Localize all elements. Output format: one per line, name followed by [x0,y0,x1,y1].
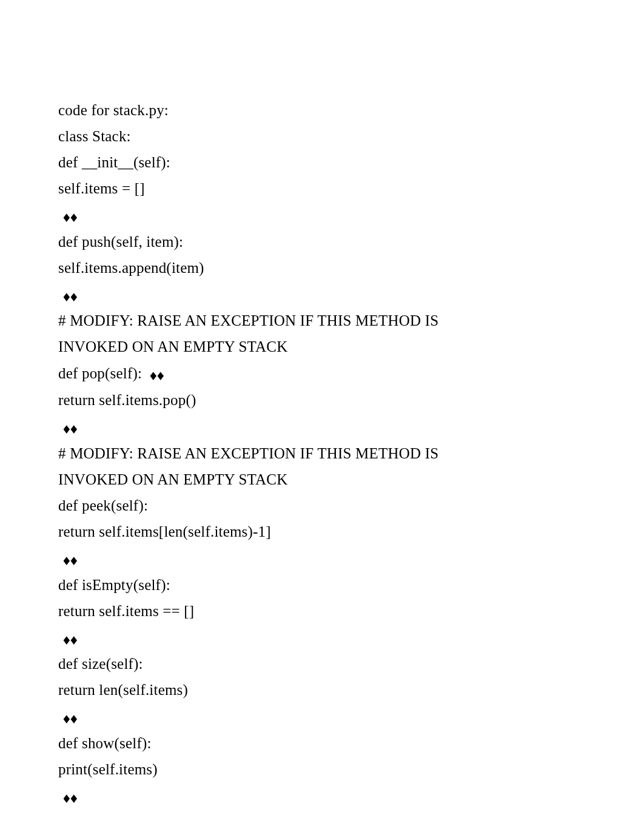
document-page: code for stack.py: class Stack: def __in… [0,0,644,835]
code-line: def show(self): [58,730,589,756]
diamond-icon: ⬧⬧ [58,203,76,230]
diamond-icon: ⬧⬧ [58,282,76,309]
code-line: def isEmpty(self): [58,572,589,598]
diamond-icon: ⬧⬧ [58,704,76,731]
code-line: return self.items[len(self.items)-1] [58,518,589,545]
code-line: def push(self, item): [58,229,589,255]
code-line: code for stack.py: [58,97,589,123]
diamond-icon: ⬧⬧ [58,783,76,811]
code-line: self.items.append(item) [58,255,589,281]
code-line: def size(self): [58,651,589,677]
code-line: return self.items.pop() [58,387,589,413]
code-line: return self.items == [] [58,598,589,624]
code-line: def __init__(self): [58,149,589,175]
code-line: def pop(self): ⬧⬧ [58,360,589,387]
code-text: def pop(self): [58,365,146,381]
code-line: self.items = [] [58,175,589,201]
code-line: print(self.items) [58,756,589,782]
code-line: # MODIFY: RAISE AN EXCEPTION IF THIS MET… [58,440,589,466]
diamond-icon: ⬧⬧ [149,361,163,388]
code-line: # MODIFY: RAISE AN EXCEPTION IF THIS MET… [58,307,589,334]
code-line: def peek(self): [58,492,589,518]
code-line: class Stack: [58,123,589,149]
diamond-icon: ⬧⬧ [58,625,76,652]
diamond-icon: ⬧⬧ [58,546,76,573]
code-line: return len(self.items) [58,677,589,703]
code-line: INVOKED ON AN EMPTY STACK [58,466,589,492]
diamond-icon: ⬧⬧ [58,414,76,441]
code-line: INVOKED ON AN EMPTY STACK [58,334,589,360]
